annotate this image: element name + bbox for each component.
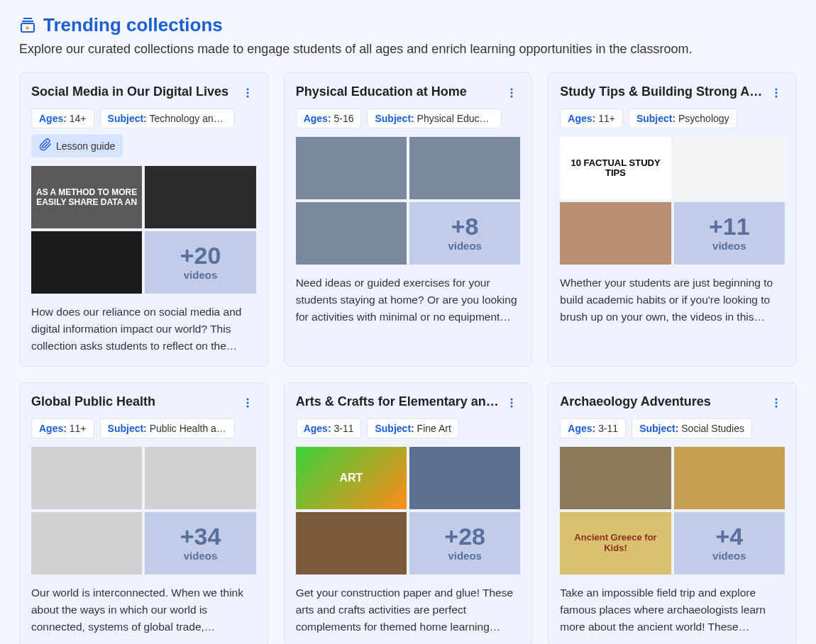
collection-card[interactable]: Physical Education at HomeAges: 5-16Subj… bbox=[284, 72, 533, 367]
svg-point-17 bbox=[511, 405, 513, 407]
card-description: Our world is interconnected. When we thi… bbox=[31, 584, 256, 635]
thumbnails-grid: AS A METHOD TO MORE EASILY SHARE DATA AN… bbox=[31, 166, 256, 294]
subject-badge[interactable]: Subject: Psychology bbox=[629, 109, 737, 128]
subject-badge[interactable]: Subject: Fine Art bbox=[367, 418, 458, 438]
ages-label: Ages: bbox=[568, 423, 595, 434]
card-title: Social Media in Our Digital Lives bbox=[31, 84, 228, 99]
page-subtitle: Explore our curated collections made to … bbox=[19, 42, 797, 57]
more-videos-label: videos bbox=[184, 550, 218, 562]
video-thumbnail[interactable] bbox=[674, 137, 785, 199]
video-thumbnail[interactable] bbox=[145, 447, 255, 509]
more-videos-label: videos bbox=[448, 240, 482, 252]
video-thumbnail[interactable] bbox=[145, 166, 255, 228]
collection-card[interactable]: Arts & Crafts for Elementary and E…Ages:… bbox=[284, 382, 533, 644]
more-videos-count: +20 bbox=[180, 243, 221, 267]
video-thumbnail[interactable] bbox=[296, 137, 407, 199]
lesson-guide-badge[interactable]: Lesson guide bbox=[31, 134, 123, 157]
video-thumbnail[interactable] bbox=[674, 447, 785, 509]
video-thumbnail[interactable] bbox=[31, 231, 142, 294]
video-thumbnail[interactable] bbox=[560, 202, 671, 265]
more-options-button[interactable] bbox=[503, 394, 520, 411]
more-options-button[interactable] bbox=[239, 394, 256, 411]
more-videos-tile[interactable]: +4videos bbox=[674, 512, 785, 574]
more-videos-count: +34 bbox=[180, 524, 221, 548]
card-description: Take an impossible field trip and explor… bbox=[560, 584, 785, 635]
collection-card[interactable]: Archaeology AdventuresAges: 3-11Subject:… bbox=[548, 382, 797, 644]
svg-point-14 bbox=[246, 405, 248, 407]
video-thumbnail[interactable] bbox=[560, 447, 671, 509]
ages-value: 11+ bbox=[598, 113, 615, 124]
card-title: Physical Education at Home bbox=[296, 84, 467, 99]
more-options-button[interactable] bbox=[768, 84, 785, 101]
ages-badge[interactable]: Ages: 11+ bbox=[31, 418, 94, 438]
svg-point-8 bbox=[511, 96, 513, 98]
subject-value: Fine Art bbox=[417, 423, 451, 434]
ages-badge[interactable]: Ages: 14+ bbox=[31, 109, 94, 128]
ages-badge[interactable]: Ages: 11+ bbox=[560, 109, 623, 128]
svg-point-5 bbox=[246, 96, 248, 98]
more-options-button[interactable] bbox=[239, 84, 256, 101]
more-videos-count: +11 bbox=[709, 214, 750, 238]
ages-label: Ages: bbox=[39, 423, 67, 434]
more-videos-count: +28 bbox=[444, 524, 485, 548]
subject-label: Subject: bbox=[108, 113, 147, 124]
collection-card[interactable]: Social Media in Our Digital LivesAges: 1… bbox=[19, 72, 268, 367]
collection-icon bbox=[19, 17, 36, 34]
video-thumbnail[interactable]: ART bbox=[296, 447, 407, 509]
more-videos-tile[interactable]: +28videos bbox=[409, 512, 520, 574]
badges-row: Ages: 11+Subject: Psychology bbox=[560, 109, 785, 128]
thumbnails-grid: +34videos bbox=[31, 447, 256, 574]
ages-label: Ages: bbox=[304, 113, 331, 124]
video-thumbnail[interactable] bbox=[409, 447, 520, 509]
thumbnails-grid: Ancient Greece for Kids!+4videos bbox=[560, 447, 785, 574]
svg-point-15 bbox=[511, 398, 513, 400]
svg-point-11 bbox=[775, 96, 777, 98]
subject-label: Subject: bbox=[375, 113, 414, 124]
video-thumbnail[interactable]: Ancient Greece for Kids! bbox=[560, 512, 671, 574]
ages-badge[interactable]: Ages: 5-16 bbox=[296, 109, 362, 128]
video-thumbnail[interactable] bbox=[31, 512, 142, 574]
ages-value: 11+ bbox=[70, 423, 87, 434]
card-title: Archaeology Adventures bbox=[560, 394, 710, 409]
ages-label: Ages: bbox=[304, 423, 331, 434]
card-title: Study Tips & Building Strong Acad… bbox=[560, 84, 766, 99]
ages-value: 3-11 bbox=[333, 423, 353, 434]
svg-point-16 bbox=[511, 401, 513, 404]
video-thumbnail[interactable]: AS A METHOD TO MORE EASILY SHARE DATA AN bbox=[31, 166, 142, 228]
card-description: How does our reliance on social media an… bbox=[31, 304, 256, 355]
cards-grid: Social Media in Our Digital LivesAges: 1… bbox=[19, 72, 797, 644]
subject-label: Subject: bbox=[108, 423, 147, 434]
video-thumbnail[interactable] bbox=[31, 447, 142, 509]
more-options-button[interactable] bbox=[768, 394, 785, 411]
page-title: Trending collections bbox=[43, 14, 223, 36]
ages-label: Ages: bbox=[39, 113, 67, 124]
more-videos-count: +8 bbox=[451, 214, 479, 238]
more-videos-tile[interactable]: +34videos bbox=[145, 512, 255, 574]
collection-card[interactable]: Global Public HealthAges: 11+Subject: Pu… bbox=[19, 382, 268, 644]
subject-badge[interactable]: Subject: Public Health and … bbox=[100, 418, 235, 438]
card-title: Arts & Crafts for Elementary and E… bbox=[296, 394, 502, 409]
subject-badge[interactable]: Subject: Physical Education bbox=[367, 109, 502, 128]
ages-badge[interactable]: Ages: 3-11 bbox=[296, 418, 362, 438]
more-videos-tile[interactable]: +8videos bbox=[409, 202, 520, 265]
video-thumbnail[interactable] bbox=[296, 202, 407, 265]
badges-row: Ages: 14+Subject: Technology and C…Lesso… bbox=[31, 109, 256, 157]
svg-point-20 bbox=[775, 405, 777, 407]
subject-badge[interactable]: Subject: Technology and C… bbox=[100, 109, 235, 128]
badges-row: Ages: 5-16Subject: Physical Education bbox=[296, 109, 521, 128]
svg-point-9 bbox=[775, 89, 777, 91]
subject-badge[interactable]: Subject: Social Studies bbox=[632, 418, 752, 438]
more-videos-tile[interactable]: +11videos bbox=[674, 202, 785, 265]
badges-row: Ages: 3-11Subject: Social Studies bbox=[560, 418, 785, 438]
ages-value: 3-11 bbox=[598, 423, 618, 434]
ages-badge[interactable]: Ages: 3-11 bbox=[560, 418, 626, 438]
subject-label: Subject: bbox=[639, 423, 678, 434]
video-thumbnail[interactable]: 10 FACTUAL STUDY TIPS bbox=[560, 137, 671, 199]
more-videos-tile[interactable]: +20videos bbox=[145, 231, 255, 294]
svg-point-18 bbox=[775, 398, 777, 400]
video-thumbnail[interactable] bbox=[409, 137, 520, 199]
more-options-button[interactable] bbox=[503, 84, 520, 101]
thumbnails-grid: ART+28videos bbox=[296, 447, 521, 574]
video-thumbnail[interactable] bbox=[296, 512, 407, 574]
collection-card[interactable]: Study Tips & Building Strong Acad…Ages: … bbox=[548, 72, 797, 367]
